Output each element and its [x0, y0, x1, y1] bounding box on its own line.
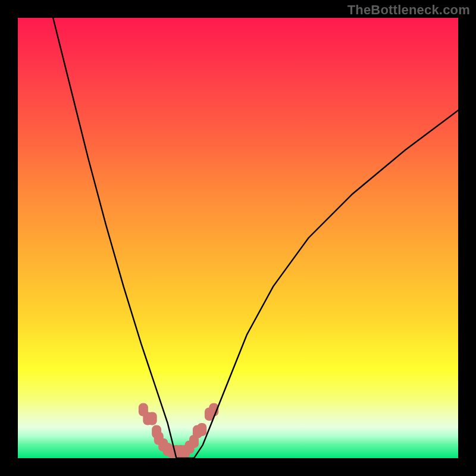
- bottleneck-curve: [53, 18, 458, 458]
- chart-svg: [18, 18, 458, 458]
- chart-frame: TheBottleneck.com: [0, 0, 476, 476]
- marker-band: [139, 403, 218, 458]
- watermark-text: TheBottleneck.com: [347, 2, 470, 18]
- marker-dot: [197, 423, 206, 436]
- marker-dot: [148, 412, 157, 425]
